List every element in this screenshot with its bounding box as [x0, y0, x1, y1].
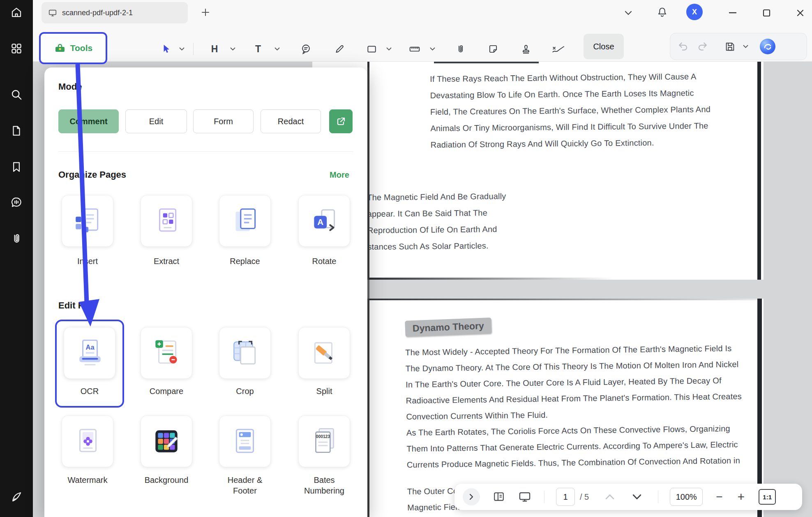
- shape-tool-dropdown[interactable]: [385, 40, 393, 58]
- new-tab-button[interactable]: [199, 5, 212, 20]
- tools-button[interactable]: Tools: [39, 32, 107, 64]
- next-page-button[interactable]: [632, 494, 641, 500]
- pages-button[interactable]: [10, 125, 23, 137]
- mode-button-form[interactable]: Form: [193, 109, 254, 133]
- maximize-button[interactable]: [759, 6, 773, 20]
- actual-size-button[interactable]: 1:1: [759, 489, 776, 505]
- tool-card-insert[interactable]: [62, 195, 113, 247]
- organize-pages-more-link[interactable]: More: [330, 170, 349, 180]
- notifications-button[interactable]: [655, 5, 669, 19]
- tool-card-watermark[interactable]: [62, 415, 113, 467]
- mode-button-redact[interactable]: Redact: [261, 109, 321, 133]
- left-sidebar: [0, 0, 33, 517]
- external-link-icon: [336, 116, 346, 126]
- tool-card-label: Insert: [57, 256, 118, 267]
- close-tools-button[interactable]: Close: [584, 34, 624, 59]
- save-button[interactable]: [724, 41, 736, 52]
- tool-card-crop[interactable]: [219, 327, 271, 379]
- measure-tool-dropdown[interactable]: [428, 40, 436, 58]
- document-icon: [10, 125, 23, 137]
- redo-button[interactable]: [697, 41, 708, 52]
- save-dropdown[interactable]: [743, 45, 748, 48]
- tool-card-background[interactable]: [141, 415, 192, 467]
- tool-card-label: Replace: [214, 256, 276, 267]
- chevron-right-icon: [468, 493, 475, 501]
- thumbnails-button[interactable]: [493, 491, 505, 503]
- stamp-tool[interactable]: [519, 40, 533, 58]
- search-button[interactable]: [10, 88, 23, 101]
- mode-button-label: Redact: [278, 117, 304, 126]
- page-number-input[interactable]: [556, 488, 575, 506]
- signature-tool[interactable]: [549, 40, 569, 58]
- pdf-page-1[interactable]: If These Rays Reach The Earth Without Ob…: [312, 62, 764, 280]
- tool-card-extract[interactable]: [141, 195, 192, 247]
- bookmarks-button[interactable]: [10, 161, 23, 173]
- zoom-level-box[interactable]: 100%: [670, 488, 703, 506]
- minimize-button[interactable]: [726, 6, 740, 20]
- signature-icon: [551, 44, 566, 54]
- tool-card-label: Header & Footer: [220, 475, 270, 496]
- tool-card-compare[interactable]: [141, 327, 192, 379]
- measure-tool[interactable]: [407, 40, 422, 58]
- tool-card-header-footer[interactable]: [219, 415, 271, 467]
- tool-card-label: Crop: [214, 386, 276, 396]
- home-button[interactable]: [10, 6, 23, 19]
- note-tool[interactable]: [298, 40, 313, 58]
- pencil-icon: [334, 44, 345, 54]
- tab-list-dropdown[interactable]: [621, 6, 635, 20]
- mode-button-comment[interactable]: Comment: [58, 109, 119, 133]
- mode-button-edit[interactable]: Edit: [125, 109, 187, 133]
- tool-card-label: Background: [136, 475, 197, 485]
- actual-size-label: 1:1: [763, 494, 772, 501]
- highlight-tool-dropdown[interactable]: [228, 40, 237, 58]
- attachments-button[interactable]: [10, 232, 23, 245]
- expand-panel-button[interactable]: [463, 488, 480, 505]
- presentation-button[interactable]: [519, 491, 531, 503]
- watermark-icon: [72, 426, 103, 457]
- doc-text-line: Radiation Of Strong Rays And Will Quickl…: [431, 134, 711, 153]
- highlight-tool[interactable]: H: [208, 40, 221, 58]
- chevron-down-icon: [275, 47, 280, 51]
- page1-paragraph: If These Rays Reach The Earth Without Ob…: [430, 68, 711, 153]
- sticker-tool[interactable]: [486, 40, 501, 58]
- page2-scan-edge-top: [367, 299, 757, 300]
- toolbar-actions-group: [670, 33, 807, 60]
- minimize-icon: [729, 12, 737, 14]
- chevron-down-icon: [179, 47, 185, 51]
- mode-button-label: Edit: [149, 117, 163, 126]
- text-tool-dropdown[interactable]: [273, 40, 281, 58]
- ai-assistant-button[interactable]: [760, 39, 775, 54]
- tool-card-rotate[interactable]: A: [298, 195, 350, 247]
- open-in-new-window-button[interactable]: [329, 109, 353, 133]
- toolbar-divider: [193, 43, 194, 55]
- comments-button[interactable]: [10, 196, 23, 209]
- pen-nib-icon: [10, 491, 23, 503]
- extract-icon: [151, 206, 182, 236]
- select-tool-dropdown[interactable]: [178, 40, 186, 58]
- home-icon: [10, 6, 23, 19]
- shape-tool[interactable]: [364, 40, 379, 58]
- tool-card-bates-numbering[interactable]: 000123: [298, 415, 350, 467]
- doc-text-line: appear. It Can Be Said That The: [367, 204, 506, 222]
- undo-button[interactable]: [678, 41, 689, 52]
- close-window-button[interactable]: [793, 6, 807, 20]
- pencil-tool[interactable]: [332, 40, 347, 58]
- statusbar-divider: [544, 491, 544, 503]
- previous-page-button[interactable]: [605, 494, 614, 500]
- text-tool[interactable]: T: [251, 40, 265, 58]
- zoom-in-button[interactable]: +: [738, 491, 745, 503]
- apps-button[interactable]: [10, 42, 23, 55]
- document-tab[interactable]: scanned-pdf-updf-2-1: [42, 2, 188, 23]
- edit-pdf-title: Edit PDF: [58, 300, 96, 311]
- avatar[interactable]: X: [686, 4, 703, 20]
- search-icon: [10, 88, 23, 101]
- close-tools-label: Close: [593, 42, 614, 51]
- attachment-tool[interactable]: [453, 40, 468, 58]
- page-total-label: / 5: [580, 492, 589, 502]
- zoom-out-button[interactable]: −: [716, 491, 722, 503]
- signature-pen-button[interactable]: [10, 491, 23, 503]
- select-tool[interactable]: [159, 40, 173, 58]
- tool-card-replace[interactable]: [219, 195, 271, 247]
- tool-card-ocr[interactable]: Aa: [64, 327, 115, 379]
- tool-card-split[interactable]: [298, 327, 350, 379]
